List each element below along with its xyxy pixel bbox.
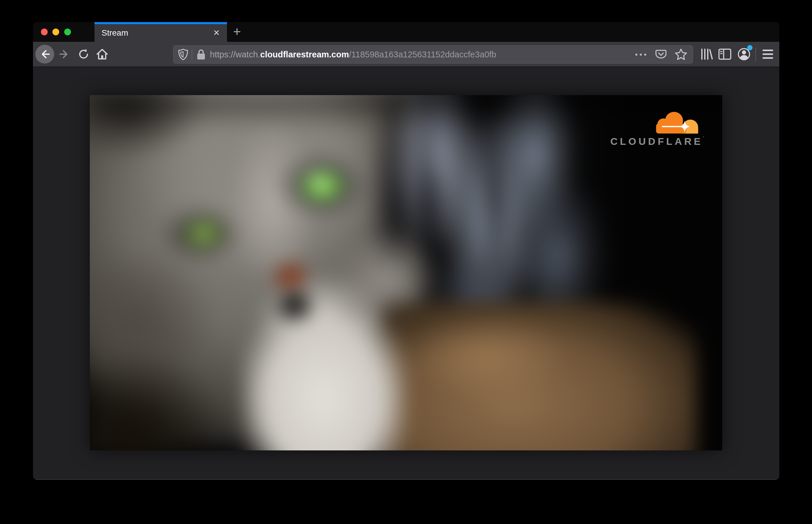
home-icon — [96, 48, 108, 60]
menu-button[interactable] — [763, 50, 773, 59]
window-minimize-button[interactable] — [52, 29, 59, 35]
account-button[interactable] — [737, 47, 751, 61]
video-player[interactable]: CLOUDFLARE' — [90, 95, 722, 451]
library-button[interactable] — [700, 48, 713, 60]
navigation-toolbar: https://watch.cloudflarestream.com/11859… — [33, 42, 779, 67]
url-path: /118598a163a125631152ddaccfe3a0fb — [349, 50, 496, 59]
tab-strip: Stream ✕ + — [33, 22, 779, 42]
lock-icon[interactable] — [196, 49, 206, 60]
reload-icon — [78, 48, 90, 60]
cloudflare-logo: CLOUDFLARE' — [610, 110, 702, 147]
cloudflare-cloud-icon — [651, 110, 700, 135]
tab-title: Stream — [101, 28, 211, 38]
page-content: CLOUDFLARE' — [33, 67, 779, 479]
browser-window: Stream ✕ + — [33, 22, 779, 480]
new-tab-button[interactable]: + — [229, 24, 245, 40]
tab-close-icon[interactable]: ✕ — [211, 28, 222, 38]
tracking-protection-shield-icon[interactable] — [178, 49, 188, 60]
page-actions-dots-icon[interactable] — [635, 53, 646, 56]
tab-stream[interactable]: Stream ✕ — [95, 22, 227, 42]
sidebar-button[interactable] — [718, 48, 732, 60]
sidebar-icon — [718, 48, 732, 60]
home-button[interactable] — [96, 48, 108, 60]
url-bar[interactable]: https://watch.cloudflarestream.com/11859… — [173, 45, 693, 64]
toolbar-divider — [756, 48, 756, 61]
account-notification-dot — [747, 45, 752, 50]
back-icon — [39, 49, 50, 60]
reload-button[interactable] — [78, 48, 90, 60]
bookmark-star-icon[interactable] — [675, 48, 687, 61]
url-text[interactable]: https://watch.cloudflarestream.com/11859… — [210, 50, 635, 60]
window-zoom-button[interactable] — [64, 29, 71, 35]
url-domain: cloudflarestream.com — [260, 50, 349, 59]
library-icon — [700, 48, 713, 60]
forward-button[interactable] — [59, 49, 70, 60]
cloudflare-trademark-tick: ' — [703, 136, 704, 141]
menu-hamburger-icon — [763, 50, 773, 51]
url-scheme: https://watch. — [210, 50, 260, 59]
urlbar-separator — [192, 49, 192, 60]
blurred-cat-video-frame — [90, 95, 722, 451]
back-button[interactable] — [35, 45, 54, 64]
pocket-icon[interactable] — [655, 49, 667, 60]
window-close-button[interactable] — [41, 29, 48, 35]
forward-icon — [59, 49, 70, 60]
cloudflare-wordmark: CLOUDFLARE — [610, 136, 703, 147]
